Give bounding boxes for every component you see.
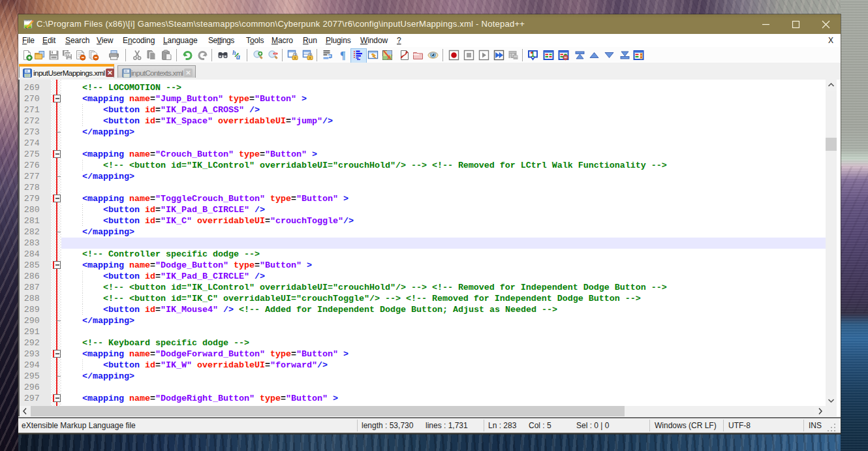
svg-text:1: 1 [531, 51, 535, 58]
svg-text:¶: ¶ [340, 50, 346, 61]
